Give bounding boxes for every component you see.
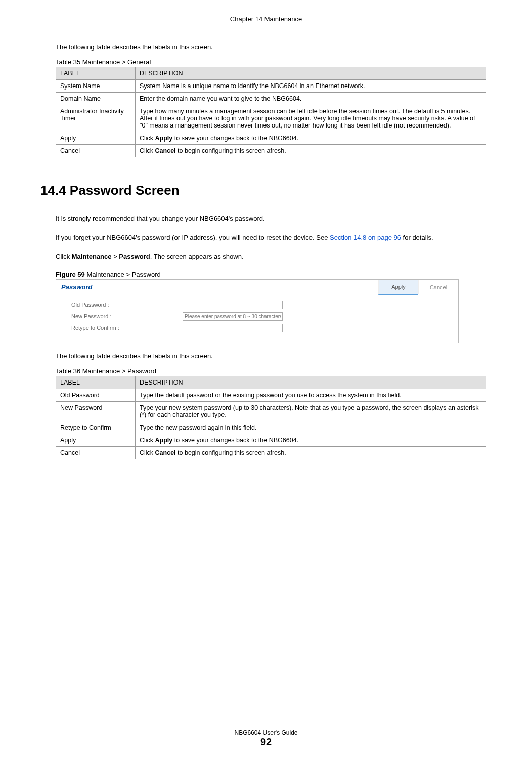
old-password-input[interactable] [183,301,283,309]
table-36: LABEL DESCRIPTION Old Password Type the … [56,376,486,459]
cell-label: New Password [56,401,136,421]
table-row: New Password Type your new system passwo… [56,401,486,421]
cell-desc: Click Apply to save your changes back to… [136,434,486,446]
figure-59-caption: Figure 59 Maintenance > Password [56,271,486,278]
para-recommend: It is strongly recommended that you chan… [56,214,486,224]
new-password-label: New Password : [71,313,183,319]
figure-59-screenshot: Password Apply Cancel Old Password : New… [56,279,459,343]
cell-desc: Click Cancel to begin configuring this s… [136,145,486,157]
intro-text-2: The following table describes the labels… [56,352,486,360]
table35-header-label: LABEL [56,67,136,80]
para-click-nav: Click Maintenance > Password. The screen… [56,251,486,262]
table36-header-desc: DESCRIPTION [136,376,486,389]
cell-desc: System Name is a unique name to identify… [136,80,486,93]
cell-label: Domain Name [56,93,136,105]
cell-desc: Type the new password again in this fiel… [136,421,486,434]
intro-text-1: The following table describes the labels… [56,43,486,51]
cell-desc: Type the default password or the existin… [136,389,486,401]
retype-confirm-input[interactable] [183,324,283,332]
table-row: Apply Click Apply to save your changes b… [56,132,486,145]
cell-desc: Type how many minutes a management sessi… [136,105,486,132]
cell-label: Old Password [56,389,136,401]
link-section-14-8[interactable]: Section 14.8 on page 96 [330,234,401,241]
table-row: Cancel Click Cancel to begin configuring… [56,145,486,157]
table-row: Domain Name Enter the domain name you wa… [56,93,486,105]
new-password-input[interactable] [183,312,283,321]
chapter-header: Chapter 14 Maintenance [40,15,492,23]
cell-label: Administrator Inactivity Timer [56,105,136,132]
cell-label: Cancel [56,446,136,459]
table-row: Cancel Click Cancel to begin configuring… [56,446,486,459]
old-password-label: Old Password : [71,302,183,308]
footer-page-number: 92 [40,736,492,748]
page-footer: NBG6604 User's Guide 92 [40,726,492,748]
cell-desc: Click Cancel to begin configuring this s… [136,446,486,459]
cell-label: Cancel [56,145,136,157]
table-row: Apply Click Apply to save your changes b… [56,434,486,446]
para-forget: If you forget your NBG6604's password (o… [56,233,486,243]
figure-apply-button[interactable]: Apply [378,280,418,295]
cell-desc: Click Apply to save your changes back to… [136,132,486,145]
cell-label: Apply [56,434,136,446]
cell-desc: Enter the domain name you want to give t… [136,93,486,105]
table36-caption: Table 36 Maintenance > Password [56,367,486,375]
cell-label: System Name [56,80,136,93]
table35-header-desc: DESCRIPTION [136,67,486,80]
figure-cancel-button[interactable]: Cancel [418,280,458,294]
retype-confirm-label: Retype to Confirm : [71,325,183,331]
figure-panel-title: Password [56,280,378,294]
section-heading-14-4: 14.4 Password Screen [40,183,486,198]
table-row: Administrator Inactivity Timer Type how … [56,105,486,132]
table35-caption: Table 35 Maintenance > General [56,58,486,66]
footer-guide-title: NBG6604 User's Guide [40,729,492,736]
cell-label: Apply [56,132,136,145]
table36-header-label: LABEL [56,376,136,389]
table-row: Retype to Confirm Type the new password … [56,421,486,434]
table-row: Old Password Type the default password o… [56,389,486,401]
cell-label: Retype to Confirm [56,421,136,434]
cell-desc: Type your new system password (up to 30 … [136,401,486,421]
table-35: LABEL DESCRIPTION System Name System Nam… [56,67,486,157]
table-row: System Name System Name is a unique name… [56,80,486,93]
